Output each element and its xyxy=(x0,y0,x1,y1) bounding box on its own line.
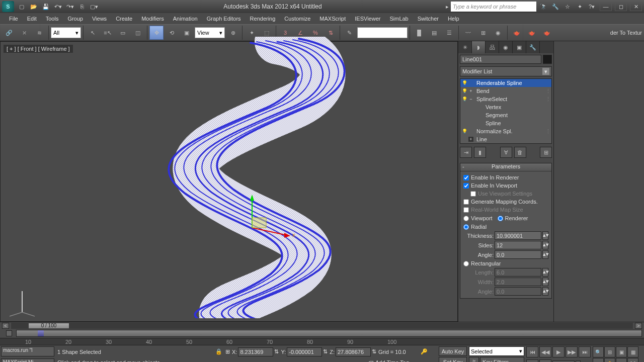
track-bar[interactable] xyxy=(0,329,644,338)
lock-icon[interactable]: 🔒 xyxy=(215,348,223,355)
pan-icon[interactable]: ✋ xyxy=(604,358,615,362)
comm-center-icon[interactable]: 🔑 xyxy=(421,348,436,355)
time-tag-icon[interactable]: 🏷 xyxy=(368,359,373,362)
show-end-icon[interactable]: ▮ xyxy=(474,147,486,158)
sides-spinner[interactable]: Sides:12▴▾ xyxy=(463,240,548,250)
next-frame-icon[interactable]: ▶▶ xyxy=(566,346,578,357)
tab-utilities-icon[interactable]: 🔧 xyxy=(526,41,540,53)
menu-create[interactable]: Create xyxy=(112,14,136,23)
close-button[interactable]: ✕ xyxy=(630,2,642,11)
time-indicator[interactable] xyxy=(38,330,44,336)
key-icon[interactable]: 🔧 xyxy=(550,2,560,12)
goto-end-icon[interactable]: ⏭ xyxy=(579,346,591,357)
menu-switcher[interactable]: Switcher xyxy=(414,14,443,23)
selection-filter-dropdown[interactable]: All▾ xyxy=(51,27,81,38)
time-scrub-bar[interactable]: < 0 / 100 > xyxy=(0,322,644,329)
scrub-right-icon[interactable]: > xyxy=(635,323,642,329)
prev-frame-icon[interactable]: ◀◀ xyxy=(539,346,551,357)
modifier-stack[interactable]: 💡Renderable Spline💡+Bend⋮⋮💡−SplineSelect… xyxy=(460,78,552,144)
qat-save-icon[interactable]: 💾 xyxy=(40,1,51,12)
modifier-list-dropdown[interactable]: Modifier List▾ xyxy=(460,66,552,76)
angle-spinner[interactable]: Angle:0.0▴▾ xyxy=(463,250,548,259)
coord-y[interactable]: Y:-0.000001⇅ xyxy=(281,347,328,356)
tab-create-icon[interactable]: ✳ xyxy=(458,41,472,53)
mirror-icon[interactable]: ▐▌ xyxy=(412,26,426,40)
stack-item[interactable]: 💡Renderable Spline xyxy=(460,79,551,87)
app-logo[interactable]: S xyxy=(2,1,14,12)
spline-object[interactable]: x xyxy=(151,37,363,318)
qat-redo-icon[interactable]: ↷▾ xyxy=(64,1,75,12)
display-renderer-radio[interactable]: Renderer xyxy=(498,214,528,222)
stack-item[interactable]: Segment xyxy=(460,111,551,119)
width-spinner[interactable]: Width:2.0▴▾ xyxy=(463,277,548,287)
orbit-icon[interactable]: ⭯ xyxy=(616,358,627,362)
fov-icon[interactable]: ◿ xyxy=(593,358,604,362)
select-region-icon[interactable]: ▭ xyxy=(116,26,130,40)
set-key-icon[interactable]: ↯ xyxy=(469,357,479,362)
qat-undo-icon[interactable]: ↶▾ xyxy=(52,1,63,12)
menu-modifiers[interactable]: Modifiers xyxy=(137,14,168,23)
listener-output[interactable]: MAXScript Mi xyxy=(1,358,54,363)
select-name-icon[interactable]: ≡↖ xyxy=(101,26,115,40)
absolute-toggle-icon[interactable]: ⊞ xyxy=(225,348,230,355)
favorite-icon[interactable]: ✦ xyxy=(575,2,585,12)
viewport-front[interactable]: [ + ] [ Front ] [ Wireframe ] xyxy=(0,41,458,322)
key-mode-icon[interactable]: ⊸ xyxy=(526,359,538,362)
qat-open-icon[interactable]: 📂 xyxy=(28,1,39,12)
window-crossing-icon[interactable]: ◫ xyxy=(131,26,145,40)
menu-customize[interactable]: Customize xyxy=(280,14,314,23)
play-icon[interactable]: ▶ xyxy=(552,346,565,357)
stack-item[interactable]: Vertex xyxy=(460,103,551,111)
menu-tools[interactable]: Tools xyxy=(42,14,63,23)
coord-x[interactable]: X:8.231369⇅ xyxy=(232,347,279,356)
gen-mapping-checkbox[interactable]: Generate Mapping Coords. xyxy=(463,198,548,206)
rectangular-radio[interactable]: Rectangular xyxy=(463,259,548,267)
display-viewport-radio[interactable]: Viewport xyxy=(463,214,493,222)
angle2-spinner[interactable]: Angle:0.0▴▾ xyxy=(463,287,548,296)
goto-start-icon[interactable]: ⏮ xyxy=(526,346,538,357)
menu-help[interactable]: Help xyxy=(444,14,463,23)
binoculars-icon[interactable]: 🔭 xyxy=(538,2,548,12)
render-production-icon[interactable]: 🫖 xyxy=(540,26,554,40)
bind-icon[interactable]: ≋ xyxy=(32,26,46,40)
configure-sets-icon[interactable]: ⊞ xyxy=(540,147,552,158)
menu-maxscript[interactable]: MAXScript xyxy=(315,14,350,23)
length-spinner[interactable]: Length:6.0▴▾ xyxy=(463,267,548,277)
set-key-button[interactable]: Set Key xyxy=(439,357,467,362)
zoom-all-icon[interactable]: ⊞ xyxy=(604,346,615,357)
scrub-left-icon[interactable]: < xyxy=(2,323,9,329)
zoom-extents-icon[interactable]: ▣ xyxy=(616,346,627,357)
key-filters-button[interactable]: Key Filters... xyxy=(480,357,524,362)
maximize-viewport-icon[interactable]: ⛶ xyxy=(627,358,638,362)
help-icon[interactable]: ?▾ xyxy=(587,2,597,12)
stack-item[interactable]: 💡Normalize Spl.⋮⋮ xyxy=(460,127,551,135)
key-filter-dropdown[interactable]: Selected▾ xyxy=(469,346,524,356)
stack-item[interactable]: +Line xyxy=(460,135,551,143)
star-icon[interactable]: ☆ xyxy=(562,2,573,12)
zoom-icon[interactable]: 🔍 xyxy=(593,346,604,357)
radial-radio[interactable]: Radial xyxy=(463,223,548,231)
thickness-spinner[interactable]: Thickness:10.900001▴▾ xyxy=(463,231,548,240)
layers-icon[interactable]: ☰ xyxy=(442,26,456,40)
enable-viewport-checkbox[interactable]: Enable In Viewport xyxy=(463,182,548,190)
menu-graph-editors[interactable]: Graph Editors xyxy=(203,14,245,23)
qat-drop-icon[interactable]: ▢▾ xyxy=(89,1,100,12)
enable-renderer-checkbox[interactable]: Enable In Renderer xyxy=(463,173,548,182)
render-frame-icon[interactable]: 🫖 xyxy=(525,26,539,40)
align-icon[interactable]: ▤ xyxy=(427,26,441,40)
time-tag-label[interactable]: Add Time Tag xyxy=(375,359,436,362)
qat-new-icon[interactable]: ▢ xyxy=(16,1,27,12)
curve-editor-icon[interactable]: 〰 xyxy=(461,26,475,40)
time-slider-thumb[interactable]: 0 / 100 xyxy=(29,323,69,328)
rollup-header[interactable]: -Parameters xyxy=(460,163,551,171)
named-selection-dropdown[interactable] xyxy=(357,27,408,38)
menu-file[interactable]: File xyxy=(5,14,22,23)
stack-item[interactable]: 💡−SplineSelect⋮⋮ xyxy=(460,95,551,103)
real-world-checkbox[interactable]: Real-World Map Size xyxy=(463,206,548,214)
search-input[interactable]: Type a keyword or phrase xyxy=(451,2,536,12)
zoom-extents-all-icon[interactable]: ▦ xyxy=(627,346,638,357)
object-name-input[interactable] xyxy=(460,55,541,64)
pin-stack-icon[interactable]: ⇥ xyxy=(460,147,472,158)
viewport-label[interactable]: [ + ] [ Front ] [ Wireframe ] xyxy=(4,45,73,53)
render-setup-icon[interactable]: 🫖 xyxy=(510,26,524,40)
